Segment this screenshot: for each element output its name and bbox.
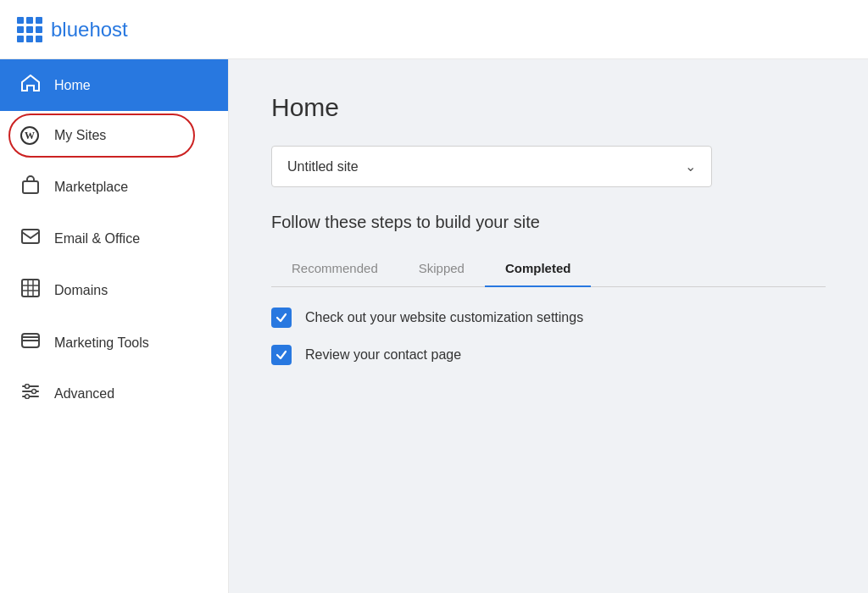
bag-icon: [20, 175, 41, 198]
sidebar-item-advanced[interactable]: Advanced: [0, 369, 228, 418]
checklist-item-contact-label: Review your contact page: [305, 347, 461, 363]
sidebar-item-home-label: Home: [54, 78, 91, 93]
sidebar-item-marketing[interactable]: Marketing Tools: [0, 317, 228, 369]
svg-point-13: [25, 395, 30, 399]
logo-area: bluehost: [17, 17, 128, 42]
tab-skipped[interactable]: Skipped: [398, 251, 485, 287]
svg-rect-1: [22, 230, 39, 243]
mail-icon: [20, 229, 41, 248]
my-sites-wrapper: W My Sites: [0, 111, 228, 160]
page-title: Home: [271, 93, 826, 122]
sidebar-item-home[interactable]: Home: [0, 59, 228, 111]
svg-point-11: [25, 385, 30, 389]
checklist-item-customization-label: Check out your website customization set…: [305, 310, 583, 325]
sidebar-item-marketplace-label: Marketplace: [54, 180, 128, 195]
logo-text: bluehost: [51, 18, 128, 42]
svg-rect-2: [22, 280, 39, 296]
logo-grid-icon: [17, 17, 42, 42]
svg-point-12: [32, 390, 36, 394]
top-bar: bluehost: [0, 0, 868, 59]
sidebar-item-marketplace[interactable]: Marketplace: [0, 160, 228, 213]
checklist-item-contact: Review your contact page: [271, 345, 826, 365]
main-content: Home Untitled site ⌄ Follow these steps …: [229, 59, 868, 593]
sidebar-item-domains[interactable]: Domains: [0, 263, 228, 317]
checklist: Check out your website customization set…: [271, 308, 826, 365]
site-selector[interactable]: Untitled site ⌄: [271, 146, 712, 187]
checkbox-contact[interactable]: [271, 345, 292, 365]
svg-rect-0: [23, 181, 38, 193]
home-icon: [20, 75, 41, 96]
chevron-down-icon: ⌄: [685, 158, 696, 175]
sidebar-item-my-sites-label: My Sites: [54, 128, 106, 143]
sidebar-item-email-label: Email & Office: [54, 231, 140, 247]
tabs-bar: Recommended Skipped Completed: [271, 251, 826, 287]
main-layout: Home W My Sites Marketplace: [0, 59, 868, 593]
checkbox-customization[interactable]: [271, 308, 292, 328]
tab-completed[interactable]: Completed: [485, 251, 592, 287]
advanced-icon: [20, 384, 41, 403]
sidebar: Home W My Sites Marketplace: [0, 59, 229, 593]
wp-circle-icon: W: [20, 126, 39, 145]
sidebar-item-marketing-label: Marketing Tools: [54, 335, 149, 351]
steps-heading: Follow these steps to build your site: [271, 213, 826, 232]
checklist-item-customization: Check out your website customization set…: [271, 308, 826, 328]
site-selector-current: Untitled site: [287, 159, 359, 175]
tab-recommended[interactable]: Recommended: [271, 251, 398, 287]
marketing-icon: [20, 332, 41, 353]
sidebar-item-domains-label: Domains: [54, 283, 108, 298]
sidebar-item-email[interactable]: Email & Office: [0, 213, 228, 263]
wordpress-icon: W: [20, 126, 41, 145]
sidebar-item-my-sites[interactable]: W My Sites: [0, 111, 228, 160]
sidebar-item-advanced-label: Advanced: [54, 386, 114, 402]
domains-icon: [20, 279, 41, 302]
